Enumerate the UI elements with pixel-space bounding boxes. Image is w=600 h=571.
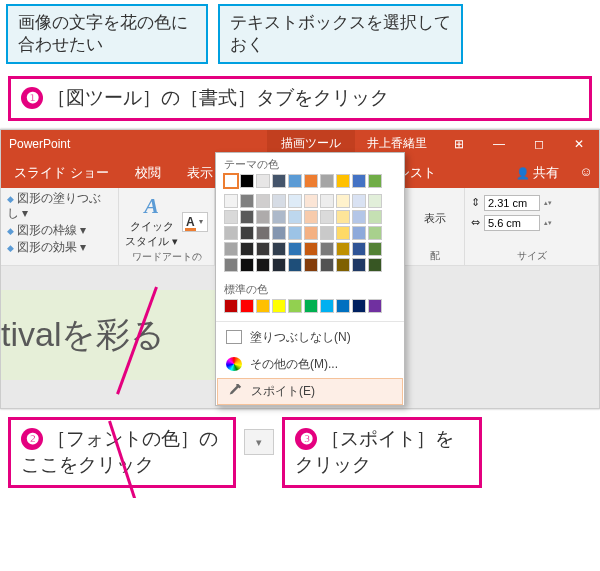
color-swatch[interactable] — [352, 174, 366, 188]
no-fill-item[interactable]: 塗りつぶしなし(N) — [216, 324, 404, 351]
color-swatch[interactable] — [256, 174, 270, 188]
color-swatch[interactable] — [288, 258, 302, 272]
color-swatch[interactable] — [240, 210, 254, 224]
quick-styles-icon: A — [125, 193, 178, 219]
color-swatch[interactable] — [352, 210, 366, 224]
color-swatch[interactable] — [304, 258, 318, 272]
color-swatch[interactable] — [240, 299, 254, 313]
color-swatch[interactable] — [224, 258, 238, 272]
color-swatch[interactable] — [240, 258, 254, 272]
shape-height-field[interactable]: ⇕ ▴▾ — [471, 195, 552, 211]
color-swatch[interactable] — [352, 194, 366, 208]
color-swatch[interactable] — [272, 174, 286, 188]
color-swatch[interactable] — [272, 242, 286, 256]
step-3-text: ［スポイト］をクリック — [295, 428, 454, 476]
color-swatch[interactable] — [368, 210, 382, 224]
account-icon[interactable]: ☺ — [573, 158, 599, 188]
color-swatch[interactable] — [240, 194, 254, 208]
color-swatch[interactable] — [304, 242, 318, 256]
color-swatch[interactable] — [288, 299, 302, 313]
color-swatch[interactable] — [352, 299, 366, 313]
theme-color-swatches — [216, 174, 404, 278]
color-swatch[interactable] — [272, 210, 286, 224]
ribbon-options-button[interactable]: ⊞ — [439, 137, 479, 151]
tab-review[interactable]: 校閲 — [122, 158, 174, 188]
shape-effects-button[interactable]: 図形の効果 ▾ — [7, 240, 112, 255]
color-swatch[interactable] — [368, 242, 382, 256]
color-swatch[interactable] — [368, 258, 382, 272]
color-swatch[interactable] — [224, 210, 238, 224]
color-swatch[interactable] — [320, 210, 334, 224]
color-swatch[interactable] — [224, 299, 238, 313]
color-swatch[interactable] — [288, 226, 302, 240]
color-swatch[interactable] — [368, 194, 382, 208]
color-swatch[interactable] — [336, 258, 350, 272]
font-color-split-button[interactable]: A ▾ — [182, 212, 208, 232]
color-swatch[interactable] — [224, 174, 238, 188]
font-color-dropdown[interactable]: ▾ — [197, 217, 205, 226]
color-swatch[interactable] — [288, 194, 302, 208]
color-swatch[interactable] — [288, 210, 302, 224]
color-swatch[interactable] — [304, 299, 318, 313]
color-swatch[interactable] — [240, 242, 254, 256]
group-size: サイズ — [471, 248, 592, 265]
eyedropper-item[interactable]: スポイト(E) — [217, 378, 403, 405]
color-swatch[interactable] — [272, 226, 286, 240]
shape-fill-button[interactable]: 図形の塗りつぶし ▾ — [7, 191, 112, 221]
color-swatch[interactable] — [288, 242, 302, 256]
minimize-button[interactable]: — — [479, 137, 519, 151]
no-fill-icon — [226, 330, 242, 344]
gallery-expand-button[interactable]: ▾ — [244, 429, 274, 455]
tab-slideshow[interactable]: スライド ショー — [1, 158, 122, 188]
color-swatch[interactable] — [320, 174, 334, 188]
share-button[interactable]: 👤 共有 — [502, 158, 573, 188]
color-swatch[interactable] — [304, 210, 318, 224]
color-swatch[interactable] — [288, 174, 302, 188]
color-swatch[interactable] — [352, 258, 366, 272]
color-swatch[interactable] — [368, 174, 382, 188]
color-swatch[interactable] — [336, 210, 350, 224]
shape-outline-button[interactable]: 図形の枠線 ▾ — [7, 223, 112, 238]
color-swatch[interactable] — [272, 299, 286, 313]
color-swatch[interactable] — [304, 194, 318, 208]
color-swatch[interactable] — [336, 242, 350, 256]
selection-pane-button[interactable]: 表示 — [424, 211, 446, 226]
color-swatch[interactable] — [336, 299, 350, 313]
color-swatch[interactable] — [320, 258, 334, 272]
restore-button[interactable]: ◻ — [519, 137, 559, 151]
color-swatch[interactable] — [256, 194, 270, 208]
color-swatch[interactable] — [240, 174, 254, 188]
color-swatch[interactable] — [336, 174, 350, 188]
color-swatch[interactable] — [224, 226, 238, 240]
color-swatch[interactable] — [256, 258, 270, 272]
close-button[interactable]: ✕ — [559, 137, 599, 151]
color-swatch[interactable] — [368, 226, 382, 240]
color-swatch[interactable] — [304, 174, 318, 188]
color-swatch[interactable] — [320, 242, 334, 256]
color-swatch[interactable] — [304, 226, 318, 240]
color-swatch[interactable] — [336, 194, 350, 208]
color-swatch[interactable] — [224, 242, 238, 256]
powerpoint-window: PowerPoint 描画ツール 井上香緒里 ⊞ — ◻ ✕ スライド ショー … — [0, 129, 600, 409]
color-swatch[interactable] — [272, 194, 286, 208]
step-number-2: ❷ — [21, 428, 43, 450]
color-swatch[interactable] — [256, 299, 270, 313]
shape-width-field[interactable]: ⇔ ▴▾ — [471, 215, 552, 231]
color-swatch[interactable] — [272, 258, 286, 272]
color-swatch[interactable] — [256, 210, 270, 224]
quick-styles-button[interactable]: A クイック スタイル ▾ — [125, 191, 178, 249]
color-swatch[interactable] — [224, 194, 238, 208]
color-swatch[interactable] — [320, 194, 334, 208]
color-swatch[interactable] — [256, 226, 270, 240]
color-swatch[interactable] — [256, 242, 270, 256]
more-colors-item[interactable]: その他の色(M)... — [216, 351, 404, 378]
color-swatch[interactable] — [352, 226, 366, 240]
color-swatch[interactable] — [336, 226, 350, 240]
color-swatch[interactable] — [320, 226, 334, 240]
color-swatch[interactable] — [240, 226, 254, 240]
group-wordart: ワードアートの — [125, 249, 208, 266]
color-swatch[interactable] — [352, 242, 366, 256]
color-swatch[interactable] — [368, 299, 382, 313]
color-swatch[interactable] — [320, 299, 334, 313]
width-icon: ⇔ — [471, 216, 480, 229]
